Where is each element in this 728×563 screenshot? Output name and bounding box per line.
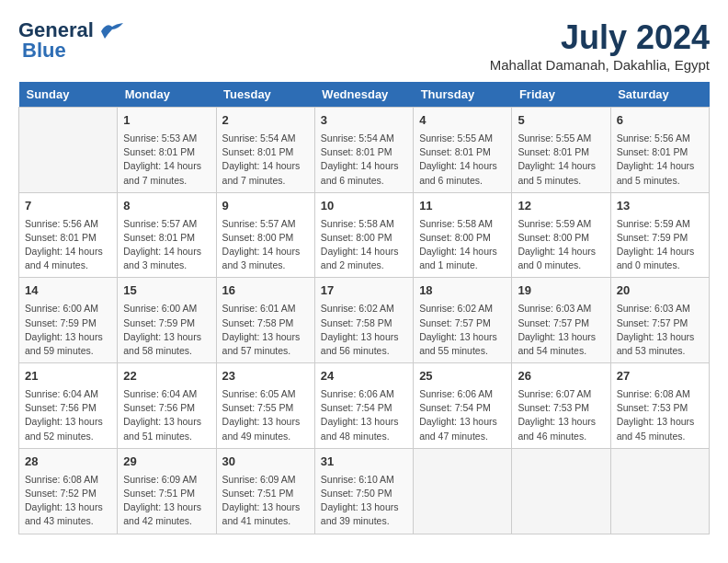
day-cell: 11Sunrise: 5:58 AMSunset: 8:00 PMDayligh… [414,192,512,278]
day-number: 16 [222,282,309,300]
day-cell: 9Sunrise: 5:57 AMSunset: 8:00 PMDaylight… [216,192,314,278]
day-number: 2 [222,112,309,130]
day-cell: 14Sunrise: 6:00 AMSunset: 7:59 PMDayligh… [19,278,118,363]
day-number: 5 [518,112,604,130]
day-cell: 30Sunrise: 6:09 AMSunset: 7:51 PMDayligh… [216,448,314,534]
header-thursday: Thursday [414,82,512,108]
day-number: 7 [25,198,111,215]
day-cell: 29Sunrise: 6:09 AMSunset: 7:51 PMDayligh… [118,448,216,534]
day-number: 3 [321,112,407,130]
day-info: Sunrise: 6:09 AMSunset: 7:51 PMDaylight:… [222,473,309,529]
day-info: Sunrise: 6:00 AMSunset: 7:59 PMDaylight:… [123,302,210,358]
day-number: 24 [321,368,407,385]
day-number: 9 [222,198,309,215]
day-cell: 23Sunrise: 6:05 AMSunset: 7:55 PMDayligh… [216,363,314,449]
day-info: Sunrise: 5:56 AMSunset: 8:01 PMDaylight:… [617,132,703,188]
day-number: 27 [617,368,703,385]
logo-line2: Blue [18,39,66,63]
day-info: Sunrise: 6:03 AMSunset: 7:57 PMDaylight:… [518,302,604,358]
header-sunday: Sunday [19,82,118,108]
day-info: Sunrise: 5:57 AMSunset: 8:01 PMDaylight:… [123,217,210,273]
day-info: Sunrise: 6:03 AMSunset: 7:57 PMDaylight:… [617,302,703,358]
week-row-2: 7Sunrise: 5:56 AMSunset: 8:01 PMDaylight… [19,192,710,278]
day-cell: 27Sunrise: 6:08 AMSunset: 7:53 PMDayligh… [610,363,709,449]
day-cell [610,448,709,534]
day-number: 28 [25,454,111,471]
day-cell: 21Sunrise: 6:04 AMSunset: 7:56 PMDayligh… [19,363,118,449]
day-info: Sunrise: 5:58 AMSunset: 8:00 PMDaylight:… [419,217,506,273]
day-cell: 13Sunrise: 5:59 AMSunset: 7:59 PMDayligh… [610,192,709,278]
day-info: Sunrise: 6:06 AMSunset: 7:54 PMDaylight:… [321,387,407,443]
week-row-5: 28Sunrise: 6:08 AMSunset: 7:52 PMDayligh… [19,448,710,534]
header-saturday: Saturday [610,82,709,108]
week-row-4: 21Sunrise: 6:04 AMSunset: 7:56 PMDayligh… [19,363,710,449]
day-number: 6 [617,112,703,130]
calendar-title: July 2024 [490,18,710,57]
day-cell: 16Sunrise: 6:01 AMSunset: 7:58 PMDayligh… [216,278,314,363]
day-info: Sunrise: 6:04 AMSunset: 7:56 PMDaylight:… [123,387,210,443]
day-number: 21 [25,368,111,385]
day-number: 19 [518,282,604,300]
day-info: Sunrise: 5:58 AMSunset: 8:00 PMDaylight:… [321,217,407,273]
week-row-1: 1Sunrise: 5:53 AMSunset: 8:01 PMDaylight… [19,108,710,193]
day-info: Sunrise: 6:06 AMSunset: 7:54 PMDaylight:… [419,387,506,443]
day-cell: 18Sunrise: 6:02 AMSunset: 7:57 PMDayligh… [414,278,512,363]
logo: General Blue [18,18,125,63]
day-info: Sunrise: 5:57 AMSunset: 8:00 PMDaylight:… [222,217,309,273]
day-cell: 15Sunrise: 6:00 AMSunset: 7:59 PMDayligh… [118,278,216,363]
day-number: 15 [123,282,210,300]
day-number: 11 [419,198,506,215]
week-row-3: 14Sunrise: 6:00 AMSunset: 7:59 PMDayligh… [19,278,710,363]
day-info: Sunrise: 6:08 AMSunset: 7:53 PMDaylight:… [617,387,703,443]
logo-bird-icon [99,22,125,40]
day-info: Sunrise: 6:00 AMSunset: 7:59 PMDaylight:… [25,302,111,358]
day-cell: 1Sunrise: 5:53 AMSunset: 8:01 PMDaylight… [118,108,216,193]
day-number: 26 [518,368,604,385]
day-cell [19,108,118,193]
day-cell: 7Sunrise: 5:56 AMSunset: 8:01 PMDaylight… [19,192,118,278]
day-number: 4 [419,112,506,130]
day-cell [512,448,610,534]
day-cell [414,448,512,534]
day-info: Sunrise: 6:08 AMSunset: 7:52 PMDaylight:… [25,473,111,529]
day-cell: 28Sunrise: 6:08 AMSunset: 7:52 PMDayligh… [19,448,118,534]
calendar-subtitle: Mahallat Damanah, Dakahlia, Egypt [490,57,710,73]
day-number: 12 [518,198,604,215]
day-cell: 5Sunrise: 5:55 AMSunset: 8:01 PMDaylight… [512,108,610,193]
day-number: 8 [123,198,210,215]
day-number: 30 [222,454,309,471]
page-header: General Blue July 2024 Mahallat Damanah,… [18,18,710,73]
title-area: July 2024 Mahallat Damanah, Dakahlia, Eg… [490,18,710,73]
day-cell: 10Sunrise: 5:58 AMSunset: 8:00 PMDayligh… [314,192,413,278]
day-number: 29 [123,454,210,471]
day-info: Sunrise: 6:09 AMSunset: 7:51 PMDaylight:… [123,473,210,529]
day-number: 31 [321,454,407,471]
day-cell: 31Sunrise: 6:10 AMSunset: 7:50 PMDayligh… [314,448,413,534]
day-cell: 25Sunrise: 6:06 AMSunset: 7:54 PMDayligh… [414,363,512,449]
day-number: 14 [25,282,111,300]
day-cell: 17Sunrise: 6:02 AMSunset: 7:58 PMDayligh… [314,278,413,363]
day-cell: 22Sunrise: 6:04 AMSunset: 7:56 PMDayligh… [118,363,216,449]
day-cell: 4Sunrise: 5:55 AMSunset: 8:01 PMDaylight… [414,108,512,193]
day-number: 25 [419,368,506,385]
day-number: 17 [321,282,407,300]
day-info: Sunrise: 5:55 AMSunset: 8:01 PMDaylight:… [518,132,604,188]
day-info: Sunrise: 5:53 AMSunset: 8:01 PMDaylight:… [123,132,210,188]
day-info: Sunrise: 5:54 AMSunset: 8:01 PMDaylight:… [321,132,407,188]
header-wednesday: Wednesday [314,82,413,108]
header-friday: Friday [512,82,610,108]
day-cell: 12Sunrise: 5:59 AMSunset: 8:00 PMDayligh… [512,192,610,278]
day-cell: 19Sunrise: 6:03 AMSunset: 7:57 PMDayligh… [512,278,610,363]
day-number: 20 [617,282,703,300]
header-monday: Monday [118,82,216,108]
day-info: Sunrise: 5:59 AMSunset: 8:00 PMDaylight:… [518,217,604,273]
day-cell: 24Sunrise: 6:06 AMSunset: 7:54 PMDayligh… [314,363,413,449]
day-info: Sunrise: 6:01 AMSunset: 7:58 PMDaylight:… [222,302,309,358]
day-cell: 26Sunrise: 6:07 AMSunset: 7:53 PMDayligh… [512,363,610,449]
day-cell: 6Sunrise: 5:56 AMSunset: 8:01 PMDaylight… [610,108,709,193]
day-info: Sunrise: 6:07 AMSunset: 7:53 PMDaylight:… [518,387,604,443]
day-info: Sunrise: 5:54 AMSunset: 8:01 PMDaylight:… [222,132,309,188]
day-number: 1 [123,112,210,130]
header-tuesday: Tuesday [216,82,314,108]
day-info: Sunrise: 5:56 AMSunset: 8:01 PMDaylight:… [25,217,111,273]
